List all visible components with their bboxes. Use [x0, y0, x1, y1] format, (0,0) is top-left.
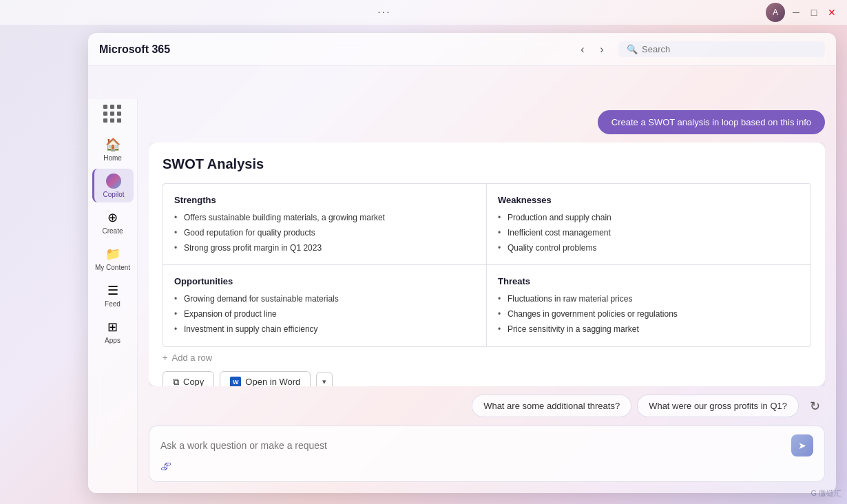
copy-button[interactable]: ⧉ Copy: [163, 371, 214, 386]
search-icon: 🔍: [627, 44, 638, 54]
open-word-button[interactable]: W Open in Word: [220, 371, 311, 386]
nav-back-button[interactable]: ‹: [574, 41, 591, 58]
threats-heading: Threats: [498, 276, 799, 286]
refresh-suggestions-button[interactable]: ↻: [804, 396, 825, 417]
list-item: Quality control problems: [498, 242, 799, 254]
list-item: Expansion of product line: [174, 308, 475, 320]
main-content: Create a SWOT analysis in loop based on …: [138, 99, 836, 493]
attachment-button[interactable]: 🖇: [160, 461, 171, 473]
watermark: G 微链汇: [811, 488, 841, 498]
list-item: Offers sustainable building materials, a…: [174, 212, 475, 224]
sidebar-item-feed[interactable]: ☰ Feed: [92, 278, 134, 312]
app-window: Microsoft 365 ‹ › 🔍: [88, 33, 836, 493]
open-word-label: Open in Word: [245, 377, 300, 386]
grid-dot: [103, 105, 107, 109]
sidebar-item-apps[interactable]: ⊞ Apps: [92, 315, 134, 348]
sidebar-label-my-content: My Content: [95, 264, 130, 271]
send-icon: ➤: [798, 440, 806, 451]
grid-icon[interactable]: [103, 105, 123, 124]
swot-card: SWOT Analysis Strengths Offers sustainab…: [149, 143, 825, 386]
sidebar-label-create: Create: [102, 227, 123, 235]
nav-forward-button[interactable]: ›: [594, 41, 610, 58]
swot-card-title: SWOT Analysis: [163, 156, 811, 172]
sidebar-label-copilot: Copilot: [103, 191, 124, 198]
grid-dot: [110, 112, 114, 116]
app-header: Microsoft 365 ‹ › 🔍: [88, 33, 836, 66]
grid-dot: [117, 105, 121, 109]
suggestion-chip-1[interactable]: What are some additional threats?: [472, 395, 631, 417]
add-row-label: Add a row: [172, 353, 213, 363]
titlebar-dots: ···: [377, 6, 390, 19]
titlebar-right: A ─ □ ✕: [766, 3, 839, 22]
sidebar-label-apps: Apps: [105, 337, 121, 344]
outer-sidebar: [0, 33, 88, 504]
maximize-button[interactable]: □: [807, 6, 821, 19]
list-item: Growing demand for sustainable materials: [174, 293, 475, 305]
copy-icon: ⧉: [173, 377, 179, 386]
close-button[interactable]: ✕: [825, 6, 839, 19]
list-item: Changes in government policies or regula…: [498, 308, 799, 320]
list-item: Good reputation for quality products: [174, 227, 475, 239]
opportunities-heading: Opportunities: [174, 276, 475, 286]
list-item: Price sensitivity in a sagging market: [498, 324, 799, 335]
weaknesses-heading: Weaknesses: [498, 195, 799, 205]
chat-input[interactable]: [160, 440, 786, 451]
grid-dot: [103, 118, 107, 123]
nav-arrows: ‹ ›: [574, 41, 610, 58]
sidebar-label-feed: Feed: [105, 300, 121, 308]
swot-weaknesses-cell: Weaknesses Production and supply chain I…: [487, 184, 811, 265]
home-icon: 🏠: [105, 136, 121, 153]
send-button[interactable]: ➤: [791, 434, 813, 456]
input-area: ➤ 🖇: [149, 426, 825, 482]
grid-dot: [110, 105, 114, 109]
grid-dot: [110, 118, 114, 123]
grid-dot: [117, 112, 121, 116]
swot-opportunities-cell: Opportunities Growing demand for sustain…: [163, 265, 487, 346]
list-item: Fluctuations in raw material prices: [498, 293, 799, 305]
strengths-heading: Strengths: [174, 195, 475, 205]
user-avatar[interactable]: A: [766, 3, 785, 22]
sidebar-item-create[interactable]: ⊕ Create: [92, 205, 134, 239]
copy-label: Copy: [183, 377, 204, 386]
titlebar: ··· A ─ □ ✕: [0, 0, 847, 25]
sidebar-item-copilot[interactable]: Copilot: [92, 169, 134, 202]
word-icon: W: [230, 377, 241, 386]
grid-dot: [117, 118, 121, 123]
weaknesses-list: Production and supply chain Inefficient …: [498, 212, 799, 253]
copilot-icon: [105, 173, 122, 189]
list-item: Strong gross profit margin in Q1 2023: [174, 242, 475, 254]
list-item: Inefficient cost management: [498, 227, 799, 239]
sidebar-item-home[interactable]: 🏠 Home: [92, 132, 134, 166]
plus-icon: +: [163, 353, 168, 363]
sidebar-label-home: Home: [103, 154, 122, 162]
list-item: Production and supply chain: [498, 212, 799, 224]
search-input[interactable]: [642, 44, 817, 54]
chat-area: SWOT Analysis Strengths Offers sustainab…: [149, 143, 825, 386]
swot-strengths-cell: Strengths Offers sustainable building ma…: [163, 184, 487, 265]
grid-dot: [103, 112, 107, 116]
open-word-dropdown[interactable]: ▾: [316, 372, 333, 386]
strengths-list: Offers sustainable building materials, a…: [174, 212, 475, 253]
swot-grid: Strengths Offers sustainable building ma…: [163, 183, 811, 347]
threats-list: Fluctuations in raw material prices Chan…: [498, 293, 799, 335]
suggestions-row: What are some additional threats? What w…: [149, 395, 825, 417]
apps-icon: ⊞: [105, 319, 121, 335]
my-content-icon: 📁: [105, 246, 121, 262]
create-icon: ⊕: [105, 209, 121, 226]
app-title: Microsoft 365: [99, 43, 170, 56]
sidebar: 🏠 Home Copilot ⊕ Create 📁 My Content ☰ F…: [88, 99, 138, 493]
app-inner: 🏠 Home Copilot ⊕ Create 📁 My Content ☰ F…: [88, 66, 836, 493]
action-buttons: ⧉ Copy W Open in Word ▾: [163, 366, 811, 386]
list-item: Investment in supply chain efficiency: [174, 324, 475, 335]
add-row-button[interactable]: + Add a row: [163, 347, 811, 366]
input-toolbar: 🖇: [160, 456, 813, 473]
opportunities-list: Growing demand for sustainable materials…: [174, 293, 475, 335]
feed-icon: ☰: [105, 282, 121, 299]
minimize-button[interactable]: ─: [789, 6, 803, 19]
create-swot-loop-button[interactable]: Create a SWOT analysis in loop based on …: [598, 110, 825, 134]
input-row: ➤: [160, 434, 813, 456]
swot-threats-cell: Threats Fluctuations in raw material pri…: [487, 265, 811, 346]
sidebar-item-my-content[interactable]: 📁 My Content: [92, 242, 134, 275]
search-bar: 🔍: [618, 41, 825, 57]
suggestion-chip-2[interactable]: What were our gross profits in Q1?: [637, 395, 799, 417]
